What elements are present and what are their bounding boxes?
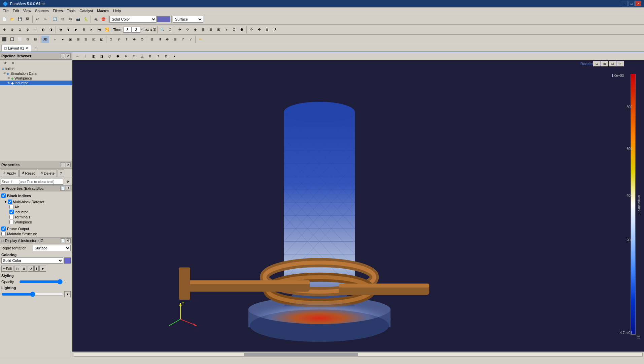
- interact-mode-1[interactable]: ✛: [176, 26, 183, 33]
- camera-zoom-button[interactable]: ⊕: [263, 26, 271, 33]
- view-xyz3-btn[interactable]: z: [123, 36, 130, 43]
- filter-btn-6[interactable]: ◐: [39, 26, 47, 33]
- filter-btn-1[interactable]: ⊕: [1, 26, 8, 33]
- interact-mode-8[interactable]: ⬡: [230, 26, 238, 33]
- tree-item-workpiece[interactable]: 👁 ◆ Workpiece: [0, 76, 72, 81]
- connect-button[interactable]: 🔌: [92, 16, 99, 23]
- rv-btn-11[interactable]: ?: [155, 53, 162, 60]
- render-viewport[interactable]: RenderView1 ⊡ ⊞ ◱ ✕: [72, 60, 644, 352]
- last-frame-button[interactable]: ⏭: [96, 26, 103, 33]
- select-points-btn[interactable]: ⊞: [74, 36, 82, 43]
- rv-btn-12[interactable]: ⊡: [163, 53, 170, 60]
- camera-pan-button[interactable]: ✥: [256, 26, 263, 33]
- view-btn-1[interactable]: ⬛: [1, 36, 8, 43]
- minimize-button[interactable]: ─: [622, 1, 628, 6]
- reset-camera-button[interactable]: ⊡: [59, 16, 66, 23]
- menu-file[interactable]: File: [1, 8, 11, 13]
- menu-catalyst[interactable]: Catalyst: [77, 8, 95, 13]
- open-button[interactable]: 📂: [8, 16, 16, 23]
- menu-tools[interactable]: Tools: [65, 8, 78, 13]
- block-air-checkbox[interactable]: [9, 205, 14, 209]
- select-frustum-btn[interactable]: ◰: [90, 36, 97, 43]
- add-layout-tab-button[interactable]: +: [32, 45, 38, 52]
- block-workpiece-checkbox[interactable]: [9, 220, 14, 224]
- disconnect-button[interactable]: ⛔: [100, 16, 107, 23]
- play-button[interactable]: ▶: [72, 26, 80, 33]
- menu-view[interactable]: View: [21, 8, 33, 13]
- filter-btn-7[interactable]: ◑: [47, 26, 55, 33]
- display-section-header[interactable]: □ Display (UnstructuredG 📄 ↺: [0, 237, 72, 244]
- orient-marker2-btn[interactable]: ⊙: [138, 36, 146, 43]
- rv-btn-2[interactable]: ↕: [82, 53, 89, 60]
- interact-mode-2[interactable]: ⊹: [184, 26, 191, 33]
- rv-mode-3[interactable]: ◱: [609, 61, 616, 66]
- view-xyz-btn[interactable]: x: [107, 36, 115, 43]
- opacity-slider[interactable]: [19, 279, 63, 284]
- interact-mode-4[interactable]: ⊞: [199, 26, 207, 33]
- close-button[interactable]: ✕: [635, 1, 641, 6]
- python-button[interactable]: 🐍: [82, 16, 90, 23]
- color-options-icon[interactable]: ⊟: [636, 333, 641, 340]
- filter-btn-4[interactable]: ⊙: [24, 26, 31, 33]
- redo-button[interactable]: ↪: [41, 16, 49, 23]
- camera-orbit-button[interactable]: ⟳: [248, 26, 255, 33]
- show-annotation-btn[interactable]: Ⅲ: [156, 36, 163, 43]
- help-render-btn[interactable]: ?: [187, 36, 194, 43]
- view-btn-4[interactable]: ⧉: [24, 36, 31, 43]
- menu-edit[interactable]: Edit: [11, 8, 21, 13]
- view-btn-3[interactable]: ⬜: [16, 36, 24, 43]
- multi-block-checkbox[interactable]: [8, 200, 12, 204]
- eye-simulation[interactable]: 👁: [3, 72, 6, 75]
- menu-sources[interactable]: Sources: [33, 8, 50, 13]
- yellow-edit-btn[interactable]: ✏: [197, 36, 204, 43]
- lighting-scroll-btn[interactable]: ▼: [64, 291, 71, 297]
- extract-bloc-reset2-button[interactable]: ↺: [66, 186, 70, 191]
- show-orient-btn[interactable]: ⊞: [171, 36, 179, 43]
- coloring-dropdown[interactable]: Solid Color: [109, 16, 157, 23]
- display-docs-button[interactable]: 📄: [61, 238, 65, 243]
- eye-toggle-1[interactable]: 👁: [1, 60, 9, 66]
- rv-btn-3[interactable]: ◧: [90, 53, 97, 60]
- h-scrollbar-thumb[interactable]: [244, 353, 358, 356]
- screenshot-button[interactable]: 📷: [74, 16, 82, 23]
- props-close-button[interactable]: ✕: [66, 162, 71, 167]
- help-prop-button[interactable]: ?: [58, 170, 64, 177]
- multi-block-expand[interactable]: ▼: [4, 200, 7, 204]
- coloring-select[interactable]: Solid Color: [1, 257, 63, 264]
- camera-rotate-button[interactable]: ↺: [271, 26, 278, 33]
- annotate-btn[interactable]: ?: [179, 36, 187, 43]
- filter-btn-5[interactable]: ○: [32, 26, 39, 33]
- show-center-btn[interactable]: ⊕: [164, 36, 171, 43]
- rescale2-button[interactable]: ⊠: [21, 266, 27, 272]
- interact-mode-3[interactable]: ⊕: [192, 26, 199, 33]
- settings-button[interactable]: ⚙: [67, 16, 74, 23]
- lighting-slider[interactable]: [1, 292, 64, 296]
- color-swatch[interactable]: [64, 257, 71, 264]
- rv-btn-10[interactable]: ⊟: [146, 53, 154, 60]
- layout-tab-close[interactable]: ✕: [26, 47, 28, 50]
- menu-help[interactable]: Help: [111, 8, 123, 13]
- tree-item-simulation[interactable]: 👁 ▶ Simulation Data: [0, 71, 72, 76]
- interact-mode-5[interactable]: ⊟: [207, 26, 214, 33]
- pipeline-close-button[interactable]: ✕: [66, 54, 71, 58]
- rv-btn-7[interactable]: ⊕: [122, 53, 130, 60]
- rv-btn-5[interactable]: ⬡: [106, 53, 113, 60]
- new-button[interactable]: 📄: [1, 16, 8, 23]
- extract-bloc-docs-button[interactable]: 📄: [60, 186, 65, 191]
- rv-mode-2[interactable]: ⊞: [601, 61, 608, 66]
- filter-btn-3[interactable]: ⊘: [16, 26, 24, 33]
- loop-button[interactable]: 🔁: [103, 26, 111, 33]
- next-frame-button[interactable]: ⏵: [88, 26, 95, 33]
- tree-item-builtin[interactable]: ● builtin:: [0, 66, 72, 71]
- props-search-input[interactable]: [1, 179, 63, 185]
- undo-button[interactable]: ↩: [34, 16, 41, 23]
- pipeline-float-button[interactable]: ◫: [61, 54, 65, 58]
- interact-mode-7[interactable]: ⬧: [223, 26, 230, 33]
- rv-mode-1[interactable]: ⊡: [593, 61, 601, 66]
- pick-btn[interactable]: ⬦: [51, 36, 59, 43]
- representation-select[interactable]: Surface: [33, 245, 71, 251]
- select-cells-btn[interactable]: ⊟: [82, 36, 90, 43]
- prune-output-checkbox[interactable]: [1, 226, 6, 231]
- eye-inductor[interactable]: 👁: [7, 81, 10, 85]
- save-button[interactable]: 💾: [16, 16, 24, 23]
